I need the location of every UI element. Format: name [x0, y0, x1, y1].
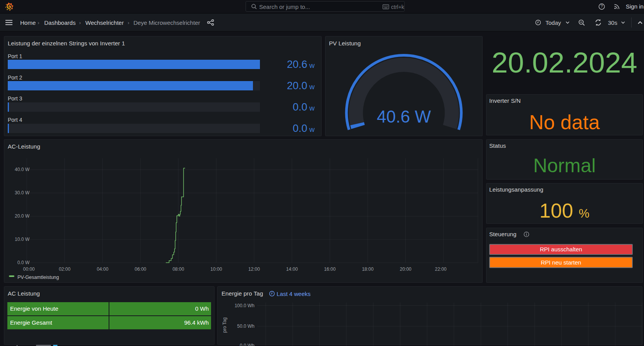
- svg-text:0.0 W: 0.0 W: [17, 260, 30, 265]
- svg-text:100.0 Wh: 100.0 Wh: [235, 303, 254, 308]
- svg-text:12:00: 12:00: [248, 266, 260, 272]
- svg-text:06:00: 06:00: [135, 266, 146, 272]
- svg-text:02:00: 02:00: [59, 266, 71, 272]
- svg-text:30.0 W: 30.0 W: [15, 190, 30, 195]
- svg-text:14:00: 14:00: [286, 266, 298, 272]
- svg-text:?: ?: [601, 4, 603, 9]
- svg-text:PV-Gesamtleistung: PV-Gesamtleistung: [17, 275, 59, 280]
- svg-text:10.0 W: 10.0 W: [15, 237, 30, 242]
- svg-text:16:00: 16:00: [324, 266, 336, 272]
- svg-text:10:00: 10:00: [210, 266, 222, 272]
- svg-text:50.0 Wh: 50.0 Wh: [237, 324, 254, 329]
- svg-text:40.6 W: 40.6 W: [377, 107, 431, 126]
- svg-text:20.0 W: 20.0 W: [15, 213, 30, 219]
- svg-text:08:00: 08:00: [173, 266, 184, 272]
- svg-text:0.0 Wh: 0.0 Wh: [240, 343, 254, 346]
- svg-text:18:00: 18:00: [362, 266, 374, 272]
- svg-text:pro Tag: pro Tag: [222, 317, 227, 333]
- svg-text:00:00: 00:00: [23, 266, 35, 272]
- svg-text:04:00: 04:00: [97, 266, 108, 272]
- svg-text:20:00: 20:00: [400, 266, 411, 272]
- svg-text:40.0 W: 40.0 W: [15, 167, 30, 172]
- svg-text:22:00: 22:00: [435, 266, 447, 272]
